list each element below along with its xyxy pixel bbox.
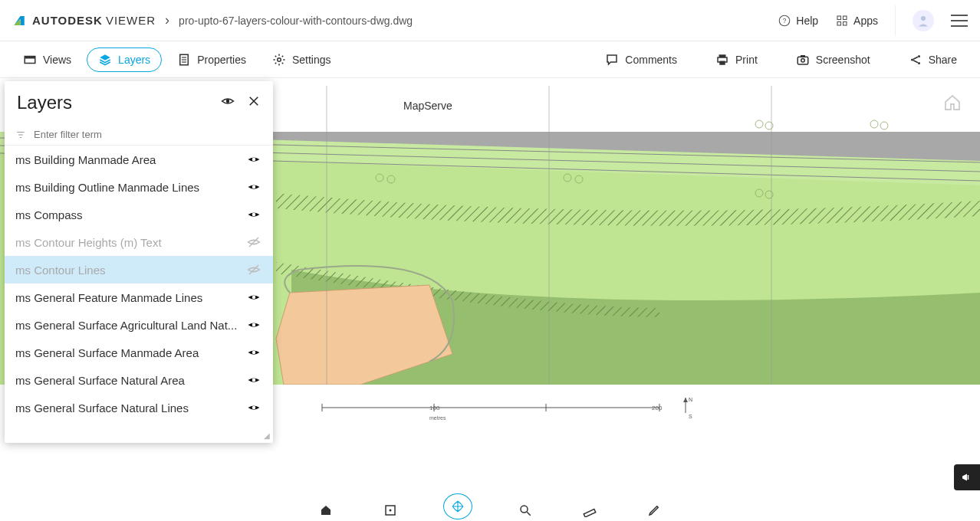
fit-icon [383,503,397,517]
layer-item[interactable]: ms Contour Heights (m) Text [5,228,273,256]
views-icon [23,53,37,67]
layer-item[interactable]: ms Compass [5,201,273,228]
layer-list[interactable]: ms Building Manmade Areams Building Outl… [5,146,273,443]
visibility-on-button[interactable] [245,290,262,304]
svg-point-22 [918,62,920,64]
layer-label: ms General Surface Manmade Area [15,346,245,359]
brand-name: AUTODESK [32,14,103,27]
camera-icon [796,53,810,67]
layers-tab[interactable]: Layers [87,48,162,72]
layer-label: ms General Surface Natural Area [15,374,245,387]
views-tab[interactable]: Views [12,48,82,71]
compass-n: N [689,397,692,402]
layer-label: ms Compass [15,208,245,221]
filter-input[interactable] [34,129,262,140]
properties-label: Properties [197,54,246,66]
print-label: Print [735,54,758,66]
eye-icon [247,401,261,415]
apps-button[interactable]: Apps [835,14,878,28]
main-toolbar: Views Layers Properties Settings Comment… [0,41,980,78]
svg-rect-4 [837,21,841,25]
settings-tab[interactable]: Settings [261,48,342,71]
svg-rect-64 [584,510,595,517]
properties-icon [177,53,191,67]
zoom-tool[interactable] [514,501,537,519]
print-button[interactable]: Print [705,48,768,71]
visibility-on-button[interactable] [245,401,262,415]
svg-point-61 [390,510,392,512]
scale-mid-label: 100 [429,405,439,411]
ruler-icon [583,503,597,517]
svg-point-39 [880,122,888,129]
svg-point-49 [226,100,230,103]
svg-point-62 [521,506,528,513]
svg-point-6 [921,16,926,21]
comments-icon [605,53,619,67]
layers-icon [98,53,112,67]
visibility-on-button[interactable] [245,318,262,332]
comments-label: Comments [625,54,677,66]
svg-point-51 [252,185,256,189]
layer-item[interactable]: ms Building Outline Manmade Lines [5,173,273,201]
apps-label: Apps [853,15,878,27]
breadcrumb-sep: › [165,12,169,28]
markup-tool[interactable] [643,501,666,519]
layer-item[interactable]: ms General Surface Natural Area [5,366,273,394]
comments-button[interactable]: Comments [594,48,688,71]
layer-item[interactable]: ms Contour Lines [5,256,273,283]
visibility-on-button[interactable] [245,373,262,387]
measure-tool[interactable] [578,501,601,519]
header-divider [895,5,896,36]
properties-tab[interactable]: Properties [166,48,257,71]
filename: pro-upto-67-layers-colour-with-contours-… [179,15,413,27]
pan-tool[interactable] [443,493,472,519]
close-panel-button[interactable] [247,94,261,111]
feedback-button[interactable] [954,464,980,490]
map-title-label: MapServe [403,100,452,112]
eye-icon [247,180,261,194]
help-label: Help [796,15,818,27]
visibility-on-button[interactable] [245,346,262,359]
layer-label: ms Building Manmade Area [15,153,245,166]
toggle-all-visibility-button[interactable] [221,94,235,111]
eye-off-icon [247,235,261,249]
user-icon [916,14,930,28]
svg-rect-16 [719,61,725,64]
svg-point-55 [252,296,256,300]
resize-grip[interactable]: ◢ [264,431,270,440]
fit-tool[interactable] [379,501,402,519]
svg-rect-5 [844,21,847,25]
svg-point-56 [252,323,256,327]
svg-point-52 [252,213,256,217]
home-icon [943,93,962,112]
visibility-on-button[interactable] [245,208,262,221]
svg-point-37 [765,122,773,129]
visibility-off-button[interactable] [245,263,262,277]
panel-header: Layers [5,81,273,124]
visibility-on-button[interactable] [245,180,262,194]
menu-button[interactable] [951,15,968,27]
layer-label: ms Contour Lines [15,264,245,277]
layer-item[interactable]: ms General Surface Agricultural Land Nat… [5,311,273,339]
layer-item[interactable]: ms General Surface Manmade Area [5,339,273,366]
svg-point-59 [252,406,256,410]
apps-icon [835,14,849,28]
visibility-on-button[interactable] [245,152,262,166]
screenshot-button[interactable]: Screenshot [785,48,881,71]
home-tool[interactable] [314,501,337,519]
layer-item[interactable]: ms Building Manmade Area [5,146,273,173]
svg-point-20 [911,58,913,61]
eye-icon [247,152,261,166]
visibility-off-button[interactable] [245,235,262,249]
share-button[interactable]: Share [898,48,968,71]
eye-icon [247,373,261,387]
svg-point-18 [801,58,805,62]
layer-item[interactable]: ms General Feature Manmade Lines [5,283,273,311]
home-view-button[interactable] [943,93,962,115]
user-avatar[interactable] [913,10,934,31]
svg-point-36 [755,120,763,128]
svg-rect-17 [797,57,808,64]
svg-rect-8 [25,56,35,58]
help-button[interactable]: ? Help [778,14,818,28]
layer-item[interactable]: ms General Surface Natural Lines [5,394,273,421]
